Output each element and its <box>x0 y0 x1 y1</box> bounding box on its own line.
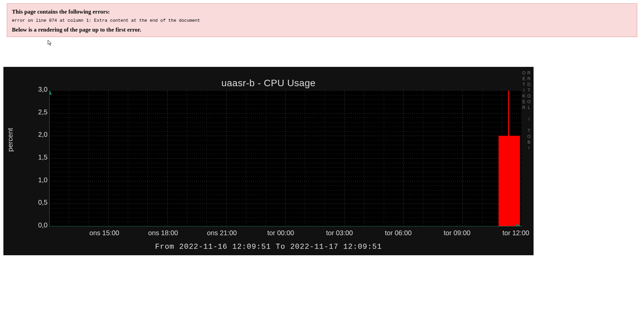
y-axis-ticks: 0,0 0,5 1,0 1,5 2,0 2,5 3,0 <box>34 89 48 228</box>
cpu-usage-area <box>499 136 520 226</box>
x-tick: tor 06:00 <box>385 229 412 237</box>
y-tick: 1,0 <box>34 176 48 183</box>
error-message: error on line 874 at column 1: Extra con… <box>12 18 632 23</box>
y-tick: 2,5 <box>34 109 48 115</box>
time-range-label: From 2022-11-16 12:09:51 To 2022-11-17 1… <box>3 243 534 251</box>
x-tick: tor 03:00 <box>326 229 353 237</box>
x-tick: ons 15:00 <box>89 229 119 237</box>
x-axis-ticks: ons 15:00 ons 18:00 ons 21:00 tor 00:00 … <box>49 229 522 239</box>
x-tick: tor 09:00 <box>444 229 471 237</box>
y-tick: 0,0 <box>34 222 48 228</box>
plot-area <box>49 91 522 226</box>
y-tick: 2,0 <box>34 131 48 138</box>
y-tick: 3,0 <box>34 86 48 93</box>
rrdtool-watermark: RRDTOOL / TOBI OETIKER <box>525 70 532 155</box>
x-tick: tor 12:00 <box>503 229 529 237</box>
y-tick: 1,5 <box>34 154 48 161</box>
x-tick: tor 00:00 <box>267 229 294 237</box>
chart-title: uaasr-b - CPU Usage <box>3 78 534 89</box>
y-axis-label: percent <box>6 128 14 152</box>
cursor-icon <box>48 40 52 46</box>
cpu-usage-spike <box>508 91 509 226</box>
error-heading: This page contains the following errors: <box>12 8 632 15</box>
y-tick: 0,5 <box>34 199 48 206</box>
x-tick: ons 18:00 <box>148 229 178 237</box>
x-tick: ons 21:00 <box>207 229 237 237</box>
xml-error-banner: This page contains the following errors:… <box>7 3 637 37</box>
cpu-usage-chart-panel: uaasr-b - CPU Usage RRDTOOL / TOBI OETIK… <box>3 67 534 255</box>
error-footer: Below is a rendering of the page up to t… <box>12 26 632 33</box>
